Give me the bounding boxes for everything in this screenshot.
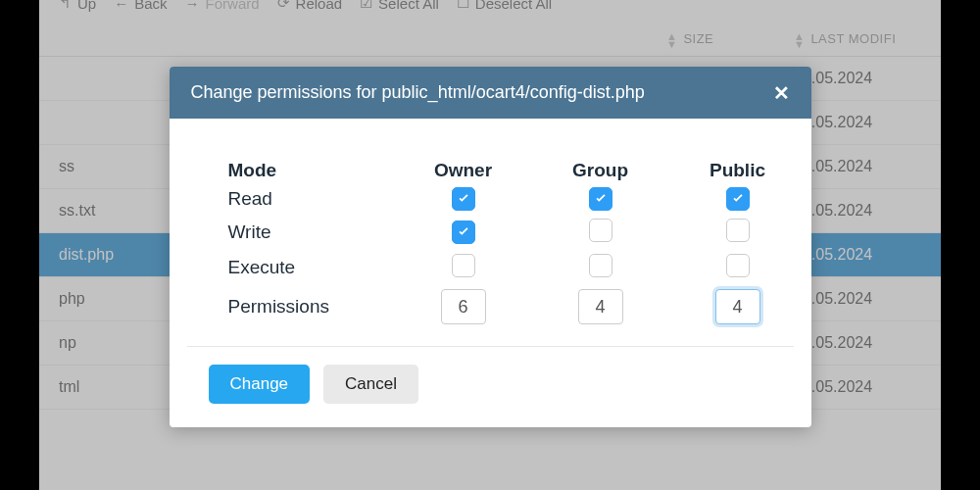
owner-write-checkbox[interactable] — [452, 220, 475, 244]
public-read-checkbox[interactable] — [726, 187, 750, 211]
group-write-checkbox[interactable] — [589, 219, 612, 242]
row-read-label: Read — [228, 188, 395, 210]
change-button[interactable]: Change — [209, 365, 311, 404]
row-execute-label: Execute — [228, 257, 395, 278]
group-execute-checkbox[interactable] — [589, 254, 612, 277]
owner-execute-checkbox[interactable] — [452, 254, 475, 277]
grid-header-owner: Owner — [395, 160, 532, 181]
modal-overlay: Change permissions for public_html/ocart… — [0, 0, 980, 490]
grid-header-group: Group — [532, 160, 669, 181]
public-execute-checkbox[interactable] — [726, 254, 750, 277]
modal-title: Change permissions for public_html/ocart… — [191, 82, 645, 103]
grid-header-public: Public — [669, 160, 807, 181]
permissions-modal: Change permissions for public_html/ocart… — [170, 67, 811, 427]
public-write-checkbox[interactable] — [726, 219, 750, 242]
close-icon[interactable]: ✕ — [773, 83, 790, 103]
owner-read-checkbox[interactable] — [452, 187, 475, 211]
group-permissions-input[interactable] — [578, 289, 623, 324]
modal-footer: Change Cancel — [187, 346, 794, 427]
owner-permissions-input[interactable] — [441, 289, 486, 324]
public-permissions-input[interactable] — [715, 289, 760, 324]
cancel-button[interactable]: Cancel — [323, 365, 418, 404]
modal-header: Change permissions for public_html/ocart… — [170, 67, 811, 119]
row-write-label: Write — [228, 221, 395, 243]
row-permissions-label: Permissions — [228, 296, 395, 318]
group-read-checkbox[interactable] — [589, 187, 612, 211]
grid-header-mode: Mode — [228, 160, 395, 181]
